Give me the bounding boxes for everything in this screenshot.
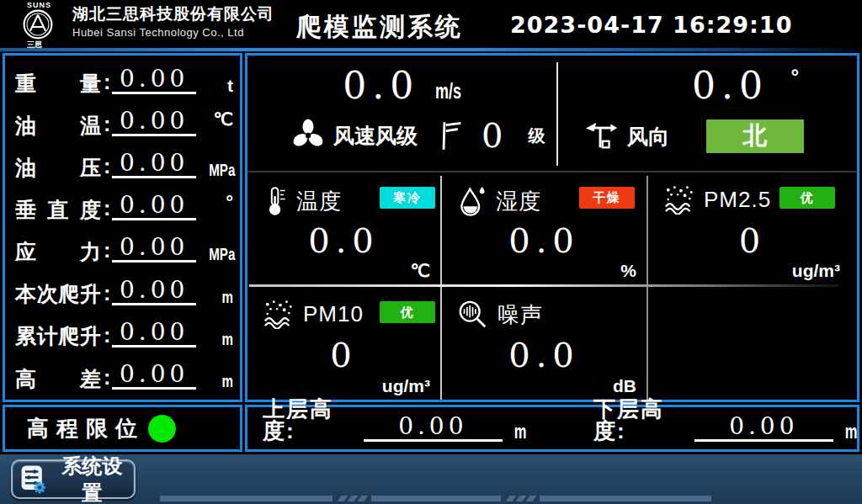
footer-decoration <box>540 496 711 501</box>
colon: : <box>104 196 110 220</box>
droplet-icon <box>457 184 487 218</box>
measurement-row-verticality: 垂直度: 0.00 ° <box>5 185 240 227</box>
measurement-unit: m <box>209 372 233 390</box>
colon: : <box>104 323 110 347</box>
logo-icon <box>22 8 54 40</box>
sensor-cell-empty <box>648 287 857 400</box>
measurement-unit: ° <box>200 194 233 212</box>
sensor-cell-temperature: 温度 寒冷 0.0 ℃ <box>247 172 440 284</box>
sensor-unit: ug/m³ <box>792 261 840 281</box>
sensor-cell-humidity: 湿度 干燥 0.0 % <box>442 172 646 284</box>
sensor-value: 0.0 <box>442 336 646 374</box>
company-name: 湖北三思科技股份有限公司 Hubei Sansi Technology Co.,… <box>72 3 274 40</box>
measurement-label: 高差 <box>15 368 101 390</box>
measurement-row-current-climb: 本次爬升: 0.00 m <box>5 269 240 311</box>
elevation-limit-label: 高程限位 <box>27 414 145 443</box>
lower-height-value: 0.00 <box>694 415 833 442</box>
environment-panel: 0.0 m/s 风速风级 <box>245 53 859 402</box>
colon: : <box>104 238 110 263</box>
footer-decoration <box>338 496 349 501</box>
wind-direction-block: 0.0 ° 风向 北 <box>558 56 857 171</box>
wind-level-icon <box>438 118 463 153</box>
wind-direction-display: 0.0 ° <box>558 64 857 107</box>
sensor-unit: ℃ <box>410 261 430 281</box>
page-title: 爬模监测系统 <box>296 10 463 45</box>
wind-level-display: 风速风级 0 级 <box>290 116 545 155</box>
wind-direction-value: 0.0 <box>692 64 769 107</box>
particles-icon <box>263 299 295 329</box>
wind-speed-block: 0.0 m/s 风速风级 <box>247 56 556 171</box>
humidity-status-badge: 干燥 <box>579 187 635 209</box>
wind-speed-label: 风速风级 <box>333 122 418 150</box>
wind-speed-unit: m/s <box>435 79 461 103</box>
company-name-cn: 湖北三思科技股份有限公司 <box>72 3 274 25</box>
sensor-cell-pm10: PM10 优 0 ug/m³ <box>247 287 440 400</box>
heights-panel: 上层高度: 0.00 m 下层高度: 0.00 m <box>245 405 859 452</box>
wind-direction-label: 风向 <box>627 123 669 151</box>
fan-icon <box>290 117 327 154</box>
footer-decoration <box>526 496 537 501</box>
measurement-value: 0.00 <box>112 279 196 305</box>
colon: : <box>104 154 110 178</box>
upper-height-group: 上层高度: 0.00 m <box>263 398 526 442</box>
noise-icon <box>457 299 489 331</box>
footer-decoration <box>506 496 517 501</box>
measurement-row-stress: 应力: 0.00 MPa <box>5 227 240 269</box>
footer-decoration <box>160 496 333 501</box>
measurement-unit: MPa <box>209 161 233 178</box>
sensor-label: PM2.5 <box>704 187 771 213</box>
sensor-cell-noise: 噪声 0.0 dB <box>442 287 646 400</box>
sensor-value: 0.0 <box>247 221 440 260</box>
upper-height-unit: m <box>513 422 526 442</box>
sensor-label: 湿度 <box>496 187 541 216</box>
colon: : <box>104 70 110 94</box>
measurement-unit: ℃ <box>200 110 233 128</box>
measurement-value: 0.00 <box>112 236 196 263</box>
colon: : <box>104 281 110 305</box>
sensor-label: 噪声 <box>498 300 543 330</box>
sensor-value: 0.0 <box>442 221 646 260</box>
elevation-limit-panel: 高程限位 <box>3 405 242 452</box>
measurement-label: 应力 <box>15 241 101 263</box>
measurement-value: 0.00 <box>112 151 196 178</box>
measurement-unit: t <box>200 77 233 94</box>
colon: : <box>104 112 110 136</box>
wind-direction-button[interactable]: 北 <box>706 119 804 153</box>
pm25-status-badge: 优 <box>780 187 835 209</box>
sensor-label: 温度 <box>296 187 342 216</box>
measurement-value: 0.00 <box>112 109 196 136</box>
measurement-label: 累计爬升 <box>15 325 101 347</box>
particles-icon <box>663 184 695 215</box>
datetime-display: 2023-04-17 16:29:10 <box>510 12 792 38</box>
measurement-unit: MPa <box>209 245 233 263</box>
elevation-limit-status-light <box>148 415 176 443</box>
measurement-row-height-diff: 高差: 0.00 m <box>5 354 240 396</box>
measurement-label: 本次爬升 <box>15 283 101 305</box>
measurement-unit: m <box>209 330 233 347</box>
measurement-value: 0.00 <box>112 321 196 347</box>
lower-height-unit: m <box>844 422 857 442</box>
footer-decoration <box>371 496 501 501</box>
footer-decoration <box>348 496 359 501</box>
sensor-label: PM10 <box>303 301 364 327</box>
measurements-panel: 重量: 0.00 t 油温: 0.00 ℃ 油压: 0.00 MPa 垂直度: … <box>3 53 242 402</box>
settings-button-label: 系统设置 <box>56 453 129 504</box>
footer-decoration <box>358 496 369 501</box>
temperature-status-badge: 寒冷 <box>380 187 435 209</box>
measurement-label: 垂直度 <box>15 199 101 220</box>
measurement-value: 0.00 <box>112 194 196 220</box>
measurement-unit: m <box>209 288 233 305</box>
pm10-status-badge: 优 <box>380 301 435 323</box>
header-bar: SUNS 三思 湖北三思科技股份有限公司 Hubei Sansi Technol… <box>0 0 862 48</box>
wind-speed-display: 0.0 m/s <box>247 64 556 107</box>
sensor-value: 0 <box>247 336 440 374</box>
wind-level-value: 0 <box>482 116 503 155</box>
thermometer-icon <box>263 184 288 218</box>
wind-section: 0.0 m/s 风速风级 <box>247 56 857 171</box>
system-settings-button[interactable]: 系统设置 <box>11 459 136 499</box>
company-name-en: Hubei Sansi Technology Co., Ltd <box>72 25 274 40</box>
wind-direction-unit: ° <box>790 65 799 88</box>
settings-sliders-icon <box>19 463 49 496</box>
wind-vane-icon <box>583 120 620 152</box>
measurement-row-weight: 重量: 0.00 t <box>5 59 240 101</box>
